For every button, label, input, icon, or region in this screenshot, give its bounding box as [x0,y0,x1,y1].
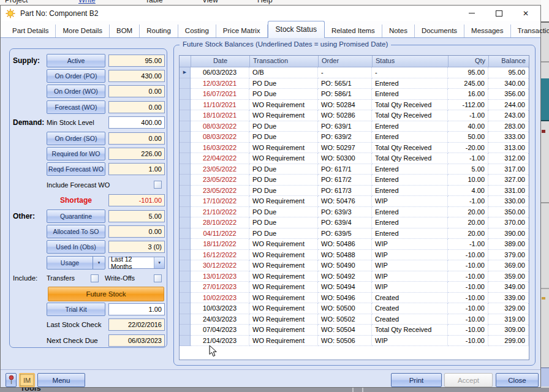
on-order-so-field: 0.00 [108,132,165,145]
maximize-button[interactable] [485,6,512,21]
group-title: Future Stock Balances (Underlined Dates … [180,40,391,48]
cell-bal: 370.00 [488,217,529,228]
table-row[interactable]: 21/04/2023WO RequirementWO: 50506WIP-10.… [180,336,529,347]
cell-order: WO: 50284 [318,100,372,111]
required-for-wo-button[interactable]: Required for WO [47,147,105,160]
table-row[interactable]: 17/10/2022WO RequirementWO: 50476WIP-1.0… [180,196,529,207]
tab-more-details[interactable]: More Details [56,24,110,37]
background-fragment [542,297,545,300]
cell-bal: 283.00 [488,121,529,132]
trial-kit-button[interactable]: Trial Kit [47,303,105,316]
tab-routing[interactable]: Routing [140,24,178,37]
table-row[interactable]: 16/12/2022WO RequirementWO: 50488WIP-10.… [180,250,529,261]
column-status[interactable]: Status [372,56,448,67]
cell-bal: 349.00 [488,282,529,293]
table-row[interactable]: 12/03/2021PO DuePO: 565/1Entered245.0034… [180,78,529,89]
tab-price-matrix[interactable]: Price Matrix [216,24,268,37]
bg-menu-help[interactable]: Help [257,0,273,4]
allocated-to-so-button[interactable]: Allocated To SO [47,225,105,238]
bg-menu-view[interactable]: View [202,0,218,4]
table-row[interactable]: 13/01/2023WO RequirementWO: 50492WIP-10.… [180,271,529,282]
on-order-so-button[interactable]: On Order (SO) [47,132,105,145]
chevron-down-icon[interactable]: ▼ [154,257,164,268]
tab-costing[interactable]: Costing [178,24,216,37]
table-row[interactable]: 22/04/2022WO RequirementWO: 50300Total Q… [180,153,529,164]
menu-button[interactable]: Menu [37,373,85,387]
forecast-wo-button[interactable]: Forecast (WO) [47,100,105,114]
cell-sel [180,78,191,89]
bg-menu-write[interactable]: Write [78,0,96,4]
print-button[interactable]: Print [391,373,442,387]
cell-bal: 331.00 [488,186,529,197]
table-row[interactable]: 23/05/2022PO DuePO: 617/3Entered4.00331.… [180,186,529,197]
future-stock-button[interactable]: Future Stock [48,287,164,301]
tab-notes[interactable]: Notes [382,24,415,37]
min-stock-input[interactable]: 400.00 [108,116,165,129]
table-row[interactable]: 07/04/2023WO RequirementWO: 50504Total Q… [180,325,529,336]
table-row[interactable]: 27/01/2023WO RequirementWO: 50494WIP-10.… [180,282,529,293]
tab-bom[interactable]: BOM [110,24,140,37]
table-row[interactable]: 16/03/2022WO RequirementWO: 50297Total Q… [180,143,529,154]
table-row[interactable]: 24/03/2023WO RequirementWO: 50502Created… [180,314,529,325]
cell-sel [180,336,191,347]
on-order-po-button[interactable]: On Order (PO) [47,69,105,83]
cell-qty: -20.00 [448,143,488,154]
writeoffs-checkbox[interactable] [154,274,162,282]
transfers-checkbox[interactable] [91,274,99,282]
column-transaction[interactable]: Transaction [249,56,318,67]
table-row[interactable]: 04/11/2022PO DuePO: 639/5Entered20.00390… [180,228,529,239]
cell-date: 24/03/2023 [191,314,249,325]
table-row[interactable]: 10/02/2023WO RequirementWO: 50496Created… [180,293,529,304]
on-order-wo-button[interactable]: On Order (WO) [47,85,105,98]
table-row[interactable]: 18/10/2021WO RequirementWO: 50286Total Q… [180,110,529,121]
include-forecast-wo-checkbox[interactable] [154,181,162,189]
close-button[interactable]: ✕ [512,6,539,21]
panel-row: Supply: Active 95.00 [10,53,167,68]
panel-row: On Order (PO) 430.00 [10,68,167,83]
table-row[interactable]: 16/07/2021PO DuePO: 586/1Entered16.00356… [180,89,529,100]
table-row[interactable]: 08/03/2022PO DuePO: 639/2Entered50.00333… [180,132,529,143]
chevron-down-icon[interactable]: ▼ [93,257,105,269]
tab-part-details[interactable]: Part Details [6,24,56,37]
background-fragment [541,288,549,289]
usage-period-select[interactable]: Last 12 Months ▼ [108,257,165,269]
column-qty[interactable]: Qty [448,56,488,67]
table-row[interactable]: 30/12/2022WO RequirementWO: 50490WIP-10.… [180,260,529,271]
tab-transactions[interactable]: Transactions [511,24,549,37]
reqd-forecast-wo-button[interactable]: Reqd Forecast WO [47,162,105,176]
trial-kit-input[interactable]: 1.00 [108,303,165,315]
table-row[interactable]: 11/10/2021WO RequirementWO: 50284Total Q… [180,100,529,111]
im-button[interactable]: IM [19,373,35,387]
used-in-obs-button[interactable]: Used In (Obs) [47,240,105,254]
cell-sel [180,207,191,218]
column-date[interactable]: Date [191,56,249,67]
tab-related-items[interactable]: Related Items [325,24,382,37]
stock-summary-panel: Supply: Active 95.00 On Order (PO) 430.0… [9,48,167,348]
table-row[interactable]: 21/10/2022PO DuePO: 639/3Entered20.00350… [180,207,529,218]
close-dialog-button[interactable]: Close [496,373,539,387]
table-row[interactable]: 28/10/2022PO DuePO: 639/4Entered20.00370… [180,217,529,228]
cell-sel [180,271,191,282]
usage-button[interactable]: Usage ▼ [47,256,105,270]
table-row[interactable]: 18/11/2022WO RequirementWO: 50486WIP-1.0… [180,239,529,250]
quarantine-button[interactable]: Quarantine [47,209,105,223]
tab-messages[interactable]: Messages [464,24,510,37]
allocated-to-so-field: 0.00 [108,225,165,238]
active-button[interactable]: Active [47,54,105,67]
table-row[interactable]: 10/03/2023WO RequirementWO: 50500Created… [180,303,529,314]
table-row[interactable]: ▶06/03/2023O/B--95.0095.00 [180,67,529,78]
column-order[interactable]: Order [318,56,372,67]
required-for-wo-field: 226.00 [108,148,165,160]
table-row[interactable]: 23/05/2022PO DuePO: 617/1Entered5.00317.… [180,164,529,175]
bg-menu-table[interactable]: Table [145,0,163,4]
table-row[interactable]: 23/05/2022PO DuePO: 617/2Entered10.00327… [180,175,529,186]
minimize-button[interactable] [458,6,485,21]
column-balance[interactable]: Balance [488,56,529,67]
bg-menu-project[interactable]: Project [5,0,28,4]
tab-documents[interactable]: Documents [415,24,464,37]
table-row[interactable]: 08/03/2022PO DuePO: 639/1Entered40.00283… [180,121,529,132]
pin-button[interactable] [6,373,17,387]
background-fragment [541,368,549,386]
next-check-due-field: 06/03/2023 [108,334,165,347]
tab-stock-status[interactable]: Stock Status [268,21,325,38]
